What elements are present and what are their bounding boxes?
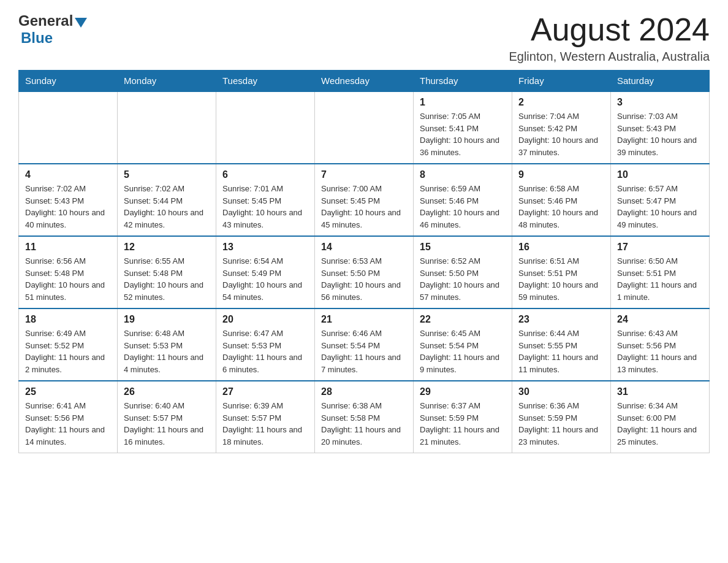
- day-info: Sunrise: 6:48 AM Sunset: 5:53 PM Dayligh…: [124, 327, 210, 375]
- day-number: 9: [518, 169, 604, 180]
- day-info: Sunrise: 6:53 AM Sunset: 5:50 PM Dayligh…: [321, 255, 407, 303]
- calendar-cell: 14Sunrise: 6:53 AM Sunset: 5:50 PM Dayli…: [315, 236, 414, 308]
- day-info: Sunrise: 7:04 AM Sunset: 5:42 PM Dayligh…: [518, 110, 604, 158]
- day-info: Sunrise: 6:44 AM Sunset: 5:55 PM Dayligh…: [518, 327, 604, 375]
- weekday-header-sunday: Sunday: [19, 71, 118, 92]
- day-number: 18: [25, 314, 111, 325]
- day-info: Sunrise: 6:34 AM Sunset: 6:00 PM Dayligh…: [617, 400, 703, 448]
- logo: General Blue: [18, 12, 87, 47]
- day-number: 13: [222, 242, 308, 253]
- day-number: 19: [124, 314, 210, 325]
- calendar-cell: 8Sunrise: 6:59 AM Sunset: 5:46 PM Daylig…: [414, 164, 512, 236]
- calendar-cell: 10Sunrise: 6:57 AM Sunset: 5:47 PM Dayli…: [611, 164, 710, 236]
- calendar-cell: 25Sunrise: 6:41 AM Sunset: 5:56 PM Dayli…: [19, 381, 118, 453]
- day-number: 14: [321, 242, 407, 253]
- day-number: 17: [617, 242, 703, 253]
- day-info: Sunrise: 6:56 AM Sunset: 5:48 PM Dayligh…: [25, 255, 111, 303]
- day-number: 11: [25, 242, 111, 253]
- day-info: Sunrise: 6:57 AM Sunset: 5:47 PM Dayligh…: [617, 183, 703, 231]
- day-number: 12: [124, 242, 210, 253]
- calendar-cell: 1Sunrise: 7:05 AM Sunset: 5:41 PM Daylig…: [414, 91, 512, 164]
- day-number: 29: [420, 386, 506, 397]
- day-number: 6: [222, 169, 308, 180]
- day-info: Sunrise: 6:37 AM Sunset: 5:59 PM Dayligh…: [420, 400, 506, 448]
- day-info: Sunrise: 7:02 AM Sunset: 5:44 PM Dayligh…: [124, 183, 210, 231]
- day-number: 30: [518, 386, 604, 397]
- week-row-2: 4Sunrise: 7:02 AM Sunset: 5:43 PM Daylig…: [19, 164, 710, 236]
- day-number: 20: [222, 314, 308, 325]
- day-number: 26: [124, 386, 210, 397]
- day-number: 22: [420, 314, 506, 325]
- calendar-cell: 3Sunrise: 7:03 AM Sunset: 5:43 PM Daylig…: [611, 91, 710, 164]
- calendar-cell: 16Sunrise: 6:51 AM Sunset: 5:51 PM Dayli…: [512, 236, 611, 308]
- day-info: Sunrise: 7:00 AM Sunset: 5:45 PM Dayligh…: [321, 183, 407, 231]
- week-row-5: 25Sunrise: 6:41 AM Sunset: 5:56 PM Dayli…: [19, 381, 710, 453]
- title-area: August 2024 Eglinton, Western Australia,…: [509, 12, 710, 64]
- calendar-table: SundayMondayTuesdayWednesdayThursdayFrid…: [18, 70, 710, 453]
- calendar-cell: 6Sunrise: 7:01 AM Sunset: 5:45 PM Daylig…: [216, 164, 315, 236]
- day-number: 4: [25, 169, 111, 180]
- day-number: 31: [617, 386, 703, 397]
- calendar-cell: 7Sunrise: 7:00 AM Sunset: 5:45 PM Daylig…: [315, 164, 414, 236]
- calendar-cell: [315, 91, 414, 164]
- calendar-cell: 11Sunrise: 6:56 AM Sunset: 5:48 PM Dayli…: [19, 236, 118, 308]
- day-number: 5: [124, 169, 210, 180]
- logo-general-text: General: [18, 12, 73, 29]
- day-number: 28: [321, 386, 407, 397]
- month-title: August 2024: [509, 12, 710, 47]
- day-info: Sunrise: 6:46 AM Sunset: 5:54 PM Dayligh…: [321, 327, 407, 375]
- logo-blue-text: Blue: [21, 29, 53, 47]
- calendar-cell: 30Sunrise: 6:36 AM Sunset: 5:59 PM Dayli…: [512, 381, 611, 453]
- day-number: 24: [617, 314, 703, 325]
- day-number: 8: [420, 169, 506, 180]
- calendar-cell: 18Sunrise: 6:49 AM Sunset: 5:52 PM Dayli…: [19, 308, 118, 381]
- day-info: Sunrise: 7:01 AM Sunset: 5:45 PM Dayligh…: [222, 183, 308, 231]
- calendar-cell: 2Sunrise: 7:04 AM Sunset: 5:42 PM Daylig…: [512, 91, 611, 164]
- weekday-header-friday: Friday: [512, 71, 611, 92]
- day-number: 3: [617, 97, 703, 108]
- day-info: Sunrise: 7:05 AM Sunset: 5:41 PM Dayligh…: [420, 110, 506, 158]
- day-info: Sunrise: 6:43 AM Sunset: 5:56 PM Dayligh…: [617, 327, 703, 375]
- weekday-header-monday: Monday: [118, 71, 216, 92]
- calendar-cell: [118, 91, 216, 164]
- day-number: 21: [321, 314, 407, 325]
- calendar-cell: 15Sunrise: 6:52 AM Sunset: 5:50 PM Dayli…: [414, 236, 512, 308]
- day-info: Sunrise: 6:51 AM Sunset: 5:51 PM Dayligh…: [518, 255, 604, 303]
- day-info: Sunrise: 6:47 AM Sunset: 5:53 PM Dayligh…: [222, 327, 308, 375]
- day-number: 1: [420, 97, 506, 108]
- weekday-header-thursday: Thursday: [414, 71, 512, 92]
- weekday-header-row: SundayMondayTuesdayWednesdayThursdayFrid…: [19, 71, 710, 92]
- day-number: 16: [518, 242, 604, 253]
- day-info: Sunrise: 6:54 AM Sunset: 5:49 PM Dayligh…: [222, 255, 308, 303]
- calendar-cell: 13Sunrise: 6:54 AM Sunset: 5:49 PM Dayli…: [216, 236, 315, 308]
- calendar-cell: 24Sunrise: 6:43 AM Sunset: 5:56 PM Dayli…: [611, 308, 710, 381]
- day-number: 7: [321, 169, 407, 180]
- weekday-header-wednesday: Wednesday: [315, 71, 414, 92]
- week-row-1: 1Sunrise: 7:05 AM Sunset: 5:41 PM Daylig…: [19, 91, 710, 164]
- weekday-header-tuesday: Tuesday: [216, 71, 315, 92]
- day-info: Sunrise: 6:45 AM Sunset: 5:54 PM Dayligh…: [420, 327, 506, 375]
- day-info: Sunrise: 6:52 AM Sunset: 5:50 PM Dayligh…: [420, 255, 506, 303]
- day-number: 25: [25, 386, 111, 397]
- day-number: 27: [222, 386, 308, 397]
- calendar-cell: 21Sunrise: 6:46 AM Sunset: 5:54 PM Dayli…: [315, 308, 414, 381]
- weekday-header-saturday: Saturday: [611, 71, 710, 92]
- day-info: Sunrise: 6:58 AM Sunset: 5:46 PM Dayligh…: [518, 183, 604, 231]
- logo-arrow-icon: [75, 18, 87, 28]
- calendar-cell: 17Sunrise: 6:50 AM Sunset: 5:51 PM Dayli…: [611, 236, 710, 308]
- calendar-cell: 23Sunrise: 6:44 AM Sunset: 5:55 PM Dayli…: [512, 308, 611, 381]
- calendar-cell: 22Sunrise: 6:45 AM Sunset: 5:54 PM Dayli…: [414, 308, 512, 381]
- calendar-cell: [19, 91, 118, 164]
- calendar-cell: 26Sunrise: 6:40 AM Sunset: 5:57 PM Dayli…: [118, 381, 216, 453]
- calendar-cell: 19Sunrise: 6:48 AM Sunset: 5:53 PM Dayli…: [118, 308, 216, 381]
- day-info: Sunrise: 6:50 AM Sunset: 5:51 PM Dayligh…: [617, 255, 703, 303]
- week-row-3: 11Sunrise: 6:56 AM Sunset: 5:48 PM Dayli…: [19, 236, 710, 308]
- calendar-cell: 28Sunrise: 6:38 AM Sunset: 5:58 PM Dayli…: [315, 381, 414, 453]
- day-info: Sunrise: 6:39 AM Sunset: 5:57 PM Dayligh…: [222, 400, 308, 448]
- day-number: 10: [617, 169, 703, 180]
- calendar-cell: 4Sunrise: 7:02 AM Sunset: 5:43 PM Daylig…: [19, 164, 118, 236]
- day-number: 15: [420, 242, 506, 253]
- day-number: 2: [518, 97, 604, 108]
- calendar-cell: 31Sunrise: 6:34 AM Sunset: 6:00 PM Dayli…: [611, 381, 710, 453]
- day-info: Sunrise: 7:03 AM Sunset: 5:43 PM Dayligh…: [617, 110, 703, 158]
